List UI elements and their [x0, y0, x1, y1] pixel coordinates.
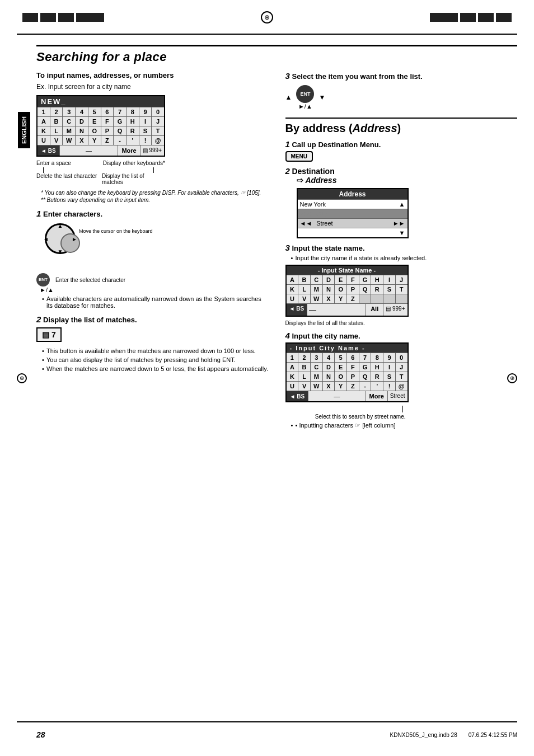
- state-backspace-button[interactable]: ◄ BS: [287, 304, 307, 316]
- state-key-K[interactable]: K: [287, 285, 299, 294]
- state-key-B[interactable]: B: [298, 275, 311, 284]
- key-J[interactable]: J: [152, 117, 164, 126]
- key-4[interactable]: 4: [76, 107, 88, 116]
- key-Y[interactable]: Y: [88, 136, 101, 145]
- key-excl[interactable]: !: [139, 136, 152, 145]
- key-M[interactable]: M: [63, 126, 76, 135]
- key-D[interactable]: D: [76, 117, 88, 126]
- key-G[interactable]: G: [114, 117, 127, 126]
- state-key-X[interactable]: X: [323, 294, 335, 303]
- menu-button[interactable]: MENU: [285, 151, 313, 162]
- backspace-button[interactable]: ◄ BS: [38, 145, 59, 156]
- city-key-A[interactable]: A: [287, 363, 299, 372]
- key-F[interactable]: F: [101, 117, 114, 126]
- key-Q[interactable]: Q: [114, 126, 127, 135]
- city-more-button[interactable]: More: [366, 391, 388, 401]
- state-key-H[interactable]: H: [371, 275, 383, 284]
- key-A[interactable]: A: [38, 117, 50, 126]
- key-8[interactable]: 8: [127, 107, 139, 116]
- city-key-Z[interactable]: Z: [347, 382, 359, 391]
- city-key-K[interactable]: K: [287, 372, 299, 381]
- key-T[interactable]: T: [152, 126, 164, 135]
- state-key-D[interactable]: D: [323, 275, 335, 284]
- key-2[interactable]: 2: [50, 107, 63, 116]
- state-space-button[interactable]: —: [307, 304, 366, 316]
- city-key-J[interactable]: J: [396, 363, 407, 372]
- city-key-dash[interactable]: -: [359, 382, 372, 391]
- city-key-6[interactable]: 6: [347, 353, 359, 362]
- city-key-W[interactable]: W: [311, 382, 323, 391]
- city-key-D[interactable]: D: [323, 363, 335, 372]
- state-key-R[interactable]: R: [371, 285, 383, 294]
- city-key-9[interactable]: 9: [383, 353, 396, 362]
- key-apos[interactable]: ': [127, 136, 139, 145]
- city-key-U[interactable]: U: [287, 382, 299, 391]
- city-key-at[interactable]: @: [396, 382, 407, 391]
- state-key-U[interactable]: U: [287, 294, 299, 303]
- key-0[interactable]: 0: [152, 107, 164, 116]
- state-key-N[interactable]: N: [323, 285, 335, 294]
- key-1[interactable]: 1: [38, 107, 50, 116]
- state-key-G[interactable]: G: [359, 275, 372, 284]
- city-key-excl[interactable]: !: [383, 382, 396, 391]
- city-key-8[interactable]: 8: [371, 353, 383, 362]
- city-key-N[interactable]: N: [323, 372, 335, 381]
- key-6[interactable]: 6: [101, 107, 114, 116]
- key-U[interactable]: U: [38, 136, 50, 145]
- key-S[interactable]: S: [139, 126, 152, 135]
- key-L[interactable]: L: [50, 126, 63, 135]
- state-all-button[interactable]: All: [366, 304, 383, 316]
- state-key-L[interactable]: L: [298, 285, 311, 294]
- state-key-S[interactable]: S: [383, 285, 396, 294]
- city-key-P[interactable]: P: [347, 372, 359, 381]
- city-key-T[interactable]: T: [396, 372, 407, 381]
- state-key-O[interactable]: O: [335, 285, 347, 294]
- state-matches-button[interactable]: ▤ 999+: [383, 304, 407, 316]
- city-key-1[interactable]: 1: [287, 353, 299, 362]
- city-key-Y[interactable]: Y: [335, 382, 347, 391]
- state-key-M[interactable]: M: [311, 285, 323, 294]
- city-key-L[interactable]: L: [298, 372, 311, 381]
- key-V[interactable]: V: [50, 136, 63, 145]
- state-key-Y[interactable]: Y: [335, 294, 347, 303]
- city-key-C[interactable]: C: [311, 363, 323, 372]
- city-key-7[interactable]: 7: [359, 353, 372, 362]
- key-7[interactable]: 7: [114, 107, 127, 116]
- key-9[interactable]: 9: [139, 107, 152, 116]
- state-key-I[interactable]: I: [383, 275, 396, 284]
- city-key-0[interactable]: 0: [396, 353, 407, 362]
- key-I[interactable]: I: [139, 117, 152, 126]
- city-space-button[interactable]: —: [308, 391, 366, 401]
- city-key-B[interactable]: B: [298, 363, 311, 372]
- city-key-X[interactable]: X: [323, 382, 335, 391]
- key-Z[interactable]: Z: [101, 136, 114, 145]
- key-3[interactable]: 3: [63, 107, 76, 116]
- city-key-H[interactable]: H: [371, 363, 383, 372]
- city-key-R[interactable]: R: [371, 372, 383, 381]
- city-key-Q[interactable]: Q: [359, 372, 372, 381]
- city-backspace-button[interactable]: ◄ BS: [287, 391, 308, 401]
- city-key-5[interactable]: 5: [335, 353, 347, 362]
- city-key-M[interactable]: M: [311, 372, 323, 381]
- city-key-3[interactable]: 3: [311, 353, 323, 362]
- key-K[interactable]: K: [38, 126, 50, 135]
- city-key-4[interactable]: 4: [323, 353, 335, 362]
- key-N[interactable]: N: [76, 126, 88, 135]
- key-dash[interactable]: -: [114, 136, 127, 145]
- state-key-A[interactable]: A: [287, 275, 299, 284]
- key-W[interactable]: W: [63, 136, 76, 145]
- state-key-F[interactable]: F: [347, 275, 359, 284]
- state-key-T[interactable]: T: [396, 285, 407, 294]
- ent-button[interactable]: ENT: [36, 273, 50, 287]
- space-button[interactable]: —: [59, 145, 119, 156]
- city-key-F[interactable]: F: [347, 363, 359, 372]
- city-key-S[interactable]: S: [383, 372, 396, 381]
- key-X[interactable]: X: [76, 136, 88, 145]
- matches-button[interactable]: ▤ 999+: [140, 145, 164, 156]
- city-key-G[interactable]: G: [359, 363, 372, 372]
- city-key-apos[interactable]: ': [371, 382, 383, 391]
- state-key-W[interactable]: W: [311, 294, 323, 303]
- key-R[interactable]: R: [127, 126, 139, 135]
- state-key-Z[interactable]: Z: [347, 294, 359, 303]
- state-key-E[interactable]: E: [335, 275, 347, 284]
